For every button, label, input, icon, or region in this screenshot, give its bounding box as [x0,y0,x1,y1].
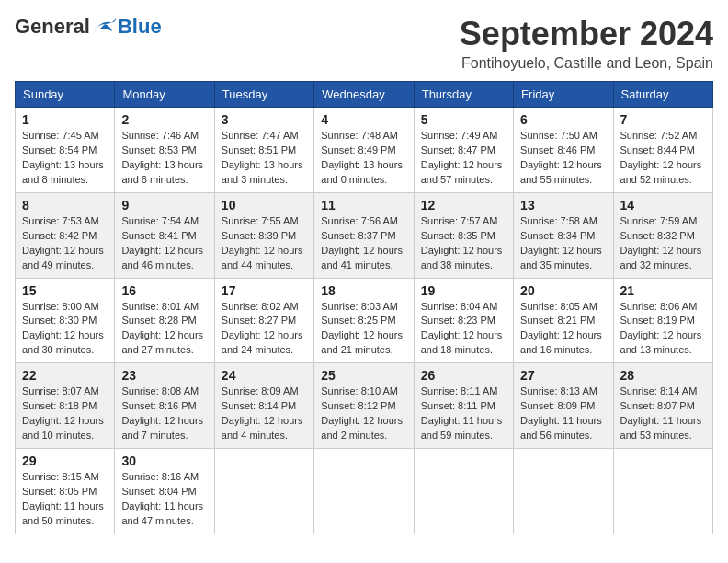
empty-cell [314,449,414,534]
day-number: 25 [321,368,406,383]
day-info: Sunrise: 8:13 AMSunset: 8:09 PMDaylight:… [520,385,602,441]
day-info: Sunrise: 8:05 AMSunset: 8:21 PMDaylight:… [520,301,602,356]
logo: General Blue [15,15,162,39]
calendar-day-cell: 10 Sunrise: 7:55 AMSunset: 8:39 PMDaylig… [214,192,313,278]
calendar-day-cell: 8 Sunrise: 7:53 AMSunset: 8:42 PMDayligh… [16,192,115,278]
weekday-header-monday: Monday [115,82,214,108]
day-number: 4 [321,112,406,127]
day-info: Sunrise: 8:06 AMSunset: 8:19 PMDaylight:… [620,301,702,356]
title-block: September 2024 Fontihoyuelo, Castille an… [460,15,713,72]
day-number: 27 [520,368,606,383]
day-info: Sunrise: 7:49 AMSunset: 8:47 PMDaylight:… [421,130,503,185]
day-number: 9 [121,198,207,213]
day-number: 15 [22,283,108,298]
day-info: Sunrise: 8:16 AMSunset: 8:04 PMDaylight:… [121,471,203,526]
calendar-day-cell: 22 Sunrise: 8:07 AMSunset: 8:18 PMDaylig… [16,363,115,449]
calendar-day-cell: 19 Sunrise: 8:04 AMSunset: 8:23 PMDaylig… [414,278,513,363]
calendar-day-cell: 21 Sunrise: 8:06 AMSunset: 8:19 PMDaylig… [613,278,712,363]
day-number: 20 [520,283,606,298]
calendar-day-cell: 3 Sunrise: 7:47 AMSunset: 8:51 PMDayligh… [214,108,313,193]
calendar-day-cell: 15 Sunrise: 8:00 AMSunset: 8:30 PMDaylig… [16,278,115,363]
calendar-day-cell: 16 Sunrise: 8:01 AMSunset: 8:28 PMDaylig… [115,278,214,363]
day-info: Sunrise: 7:56 AMSunset: 8:37 PMDaylight:… [321,215,403,270]
day-info: Sunrise: 7:46 AMSunset: 8:53 PMDaylight:… [121,130,203,185]
empty-cell [214,449,313,534]
location-subtitle: Fontihoyuelo, Castille and Leon, Spain [460,55,713,72]
weekday-header-tuesday: Tuesday [214,82,313,108]
day-number: 13 [520,198,606,213]
calendar-day-cell: 4 Sunrise: 7:48 AMSunset: 8:49 PMDayligh… [314,108,414,193]
day-number: 24 [222,368,307,383]
day-info: Sunrise: 8:01 AMSunset: 8:28 PMDaylight:… [121,301,203,356]
day-number: 5 [421,112,506,127]
logo-general-text: General [15,15,90,39]
day-number: 29 [22,454,108,468]
logo-blue-text: Blue [118,15,162,39]
calendar-day-cell: 30 Sunrise: 8:16 AMSunset: 8:04 PMDaylig… [115,449,214,534]
calendar-day-cell: 24 Sunrise: 8:09 AMSunset: 8:14 PMDaylig… [214,363,313,449]
day-info: Sunrise: 8:07 AMSunset: 8:18 PMDaylight:… [22,385,104,441]
calendar-week-row: 22 Sunrise: 8:07 AMSunset: 8:18 PMDaylig… [16,363,713,449]
day-info: Sunrise: 7:50 AMSunset: 8:46 PMDaylight:… [520,130,602,185]
day-info: Sunrise: 8:14 AMSunset: 8:07 PMDaylight:… [620,385,702,441]
day-number: 26 [421,368,506,383]
page-header: General Blue September 2024 Fontihoyuelo… [15,15,713,72]
calendar-day-cell: 18 Sunrise: 8:03 AMSunset: 8:25 PMDaylig… [314,278,414,363]
day-info: Sunrise: 7:58 AMSunset: 8:34 PMDaylight:… [520,215,602,270]
day-info: Sunrise: 8:00 AMSunset: 8:30 PMDaylight:… [22,301,104,356]
day-number: 3 [222,112,307,127]
weekday-header-sunday: Sunday [16,82,115,108]
day-info: Sunrise: 7:52 AMSunset: 8:44 PMDaylight:… [620,130,702,185]
day-number: 30 [121,454,207,468]
day-info: Sunrise: 7:54 AMSunset: 8:41 PMDaylight:… [121,215,203,270]
calendar-day-cell: 1 Sunrise: 7:45 AMSunset: 8:54 PMDayligh… [16,108,115,193]
day-info: Sunrise: 8:03 AMSunset: 8:25 PMDaylight:… [321,301,403,356]
calendar-day-cell: 26 Sunrise: 8:11 AMSunset: 8:11 PMDaylig… [414,363,513,449]
day-number: 14 [620,198,706,213]
logo-bird-icon [92,17,118,37]
day-info: Sunrise: 8:10 AMSunset: 8:12 PMDaylight:… [321,385,403,441]
empty-cell [414,449,513,534]
day-number: 11 [321,198,406,213]
day-number: 12 [421,198,506,213]
day-number: 18 [321,283,406,298]
calendar-day-cell: 27 Sunrise: 8:13 AMSunset: 8:09 PMDaylig… [514,363,613,449]
day-number: 16 [121,283,207,298]
calendar-week-row: 15 Sunrise: 8:00 AMSunset: 8:30 PMDaylig… [16,278,713,363]
calendar-day-cell: 13 Sunrise: 7:58 AMSunset: 8:34 PMDaylig… [514,192,613,278]
day-info: Sunrise: 7:47 AMSunset: 8:51 PMDaylight:… [222,130,303,185]
weekday-header-row: SundayMondayTuesdayWednesdayThursdayFrid… [16,82,713,108]
calendar-week-row: 8 Sunrise: 7:53 AMSunset: 8:42 PMDayligh… [16,192,713,278]
weekday-header-saturday: Saturday [613,82,712,108]
day-number: 8 [22,198,108,213]
day-info: Sunrise: 7:59 AMSunset: 8:32 PMDaylight:… [620,215,702,270]
calendar-day-cell: 11 Sunrise: 7:56 AMSunset: 8:37 PMDaylig… [314,192,414,278]
day-info: Sunrise: 8:09 AMSunset: 8:14 PMDaylight:… [222,385,303,441]
empty-cell [514,449,613,534]
day-number: 2 [121,112,207,127]
day-info: Sunrise: 8:11 AMSunset: 8:11 PMDaylight:… [421,385,503,441]
day-info: Sunrise: 8:04 AMSunset: 8:23 PMDaylight:… [421,301,503,356]
day-number: 6 [520,112,606,127]
day-number: 22 [22,368,108,383]
day-number: 7 [620,112,706,127]
weekday-header-thursday: Thursday [414,82,513,108]
day-number: 23 [121,368,207,383]
calendar-day-cell: 6 Sunrise: 7:50 AMSunset: 8:46 PMDayligh… [514,108,613,193]
month-year-title: September 2024 [460,15,713,53]
day-number: 10 [222,198,307,213]
calendar-day-cell: 20 Sunrise: 8:05 AMSunset: 8:21 PMDaylig… [514,278,613,363]
day-info: Sunrise: 8:15 AMSunset: 8:05 PMDaylight:… [22,471,104,526]
calendar-day-cell: 7 Sunrise: 7:52 AMSunset: 8:44 PMDayligh… [613,108,712,193]
weekday-header-friday: Friday [514,82,613,108]
calendar-day-cell: 12 Sunrise: 7:57 AMSunset: 8:35 PMDaylig… [414,192,513,278]
calendar-day-cell: 14 Sunrise: 7:59 AMSunset: 8:32 PMDaylig… [613,192,712,278]
day-info: Sunrise: 7:53 AMSunset: 8:42 PMDaylight:… [22,215,104,270]
calendar-week-row: 29 Sunrise: 8:15 AMSunset: 8:05 PMDaylig… [16,449,713,534]
day-info: Sunrise: 7:48 AMSunset: 8:49 PMDaylight:… [321,130,403,185]
day-info: Sunrise: 7:57 AMSunset: 8:35 PMDaylight:… [421,215,503,270]
calendar-table: SundayMondayTuesdayWednesdayThursdayFrid… [15,81,713,534]
day-info: Sunrise: 7:45 AMSunset: 8:54 PMDaylight:… [22,130,104,185]
calendar-day-cell: 2 Sunrise: 7:46 AMSunset: 8:53 PMDayligh… [115,108,214,193]
day-number: 21 [620,283,706,298]
